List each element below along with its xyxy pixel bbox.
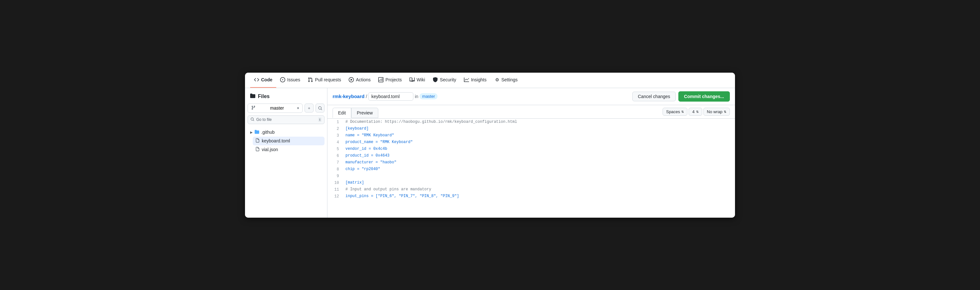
sidebar-title: Files [258,93,269,99]
app-window: Code Issues Pull requests Actions Projec… [245,73,735,218]
editor-area: rmk-keyboard / in master Cancel changes … [328,88,735,218]
actions-icon [348,77,354,82]
line-content: [keyboard] [343,125,735,132]
line-content: # Documentation: https://haobogu.github.… [343,119,735,125]
tab-edit[interactable]: Edit [332,108,351,118]
spaces-chevron-icon: ⇅ [681,110,684,114]
table-row: 10[matrix] [328,179,735,186]
nav-security[interactable]: Security [429,73,460,88]
nav-issues-label: Issues [287,77,300,82]
table-row: 5vendor_id = 0x4c4b [328,146,735,152]
nav-pr-label: Pull requests [315,77,341,82]
settings-icon: ⚙ [494,77,500,82]
tree-item-github[interactable]: ▶ .github [248,128,325,137]
tree-file-vial-json: vial.json [262,147,278,152]
add-file-button[interactable]: + [305,103,313,113]
folder-chevron-icon: ▶ [250,130,253,134]
top-nav: Code Issues Pull requests Actions Projec… [245,73,735,88]
indent-chevron-icon: ⇅ [696,110,698,114]
breadcrumb: rmk-keyboard / in master [332,92,630,101]
pull-requests-icon [308,77,313,82]
tabs-right: Spaces ⇅ 4 ⇅ No wrap ⇅ [663,108,730,118]
go-to-file-shortcut: t [318,117,321,122]
search-file-icon [250,117,255,122]
commit-changes-button[interactable]: Commit changes... [678,91,730,101]
file-icon-vial [255,147,260,152]
nav-projects[interactable]: Projects [374,73,406,88]
projects-icon [378,77,383,82]
breadcrumb-branch[interactable]: master [420,93,438,99]
go-to-file-search[interactable]: Go to file t [248,116,325,124]
tree-item-keyboard-toml[interactable]: keyboard.toml [253,137,325,145]
tab-preview[interactable]: Preview [351,108,378,118]
breadcrumb-repo[interactable]: rmk-keyboard [332,93,364,99]
line-content: product_id = 0x4643 [343,152,735,159]
line-number: 12 [328,193,343,200]
nav-insights[interactable]: Insights [460,73,490,88]
line-number: 10 [328,179,343,186]
tree-file-keyboard-toml: keyboard.toml [262,138,290,143]
line-number: 5 [328,146,343,152]
wrap-select[interactable]: No wrap ⇅ [703,108,730,116]
nav-pull-requests[interactable]: Pull requests [304,73,345,88]
folder-icon [255,130,259,135]
nav-insights-label: Insights [471,77,487,82]
line-content: # Input and output pins are mandatory [343,186,735,193]
search-button[interactable] [315,103,325,113]
line-content: [matrix] [343,179,735,186]
spaces-label: Spaces [666,109,680,114]
main-container: Files master ▾ + Go to [245,88,735,218]
line-number: 9 [328,173,343,179]
cancel-changes-button[interactable]: Cancel changes [632,92,675,101]
nav-issues[interactable]: Issues [276,73,304,88]
editor-tabs: Edit Preview Spaces ⇅ 4 ⇅ No wrap ⇅ [328,105,735,119]
security-icon [433,77,438,82]
nav-projects-label: Projects [385,77,402,82]
nav-wiki[interactable]: Wiki [406,73,429,88]
spaces-select[interactable]: Spaces ⇅ [663,108,687,116]
line-content: manufacturer = "haobo" [343,159,735,166]
indent-select[interactable]: 4 ⇅ [689,108,702,116]
line-number: 11 [328,186,343,193]
table-row: 12input_pins = ["PIN_6", "PIN_7", "PIN_8… [328,193,735,200]
nav-code[interactable]: Code [250,73,276,88]
nav-settings-label: Settings [501,77,518,82]
nav-code-label: Code [261,77,272,82]
tree-folder-name: .github [261,130,275,135]
branch-icon [251,105,256,111]
nav-actions[interactable]: Actions [345,73,374,88]
breadcrumb-sep: / [366,93,367,99]
sidebar: Files master ▾ + Go to [245,88,328,218]
line-content [343,173,735,179]
nav-wiki-label: Wiki [417,77,425,82]
branch-row: master ▾ + [248,103,325,113]
editor-header: rmk-keyboard / in master Cancel changes … [328,88,735,105]
wrap-chevron-icon: ⇅ [724,110,726,114]
filename-input[interactable] [368,92,414,101]
line-content: product_name = "RMK Keyboard" [343,139,735,146]
line-number: 8 [328,166,343,173]
nav-security-label: Security [440,77,456,82]
line-content: input_pins = ["PIN_6", "PIN_7", "PIN_8",… [343,193,735,200]
line-number: 4 [328,139,343,146]
table-row: 9 [328,173,735,179]
table-row: 2[keyboard] [328,125,735,132]
line-number: 2 [328,125,343,132]
table-row: 1# Documentation: https://haobogu.github… [328,119,735,125]
table-row: 11# Input and output pins are mandatory [328,186,735,193]
table-row: 7manufacturer = "haobo" [328,159,735,166]
header-actions: Cancel changes Commit changes... [632,91,730,101]
nav-actions-label: Actions [356,77,371,82]
tabs-left: Edit Preview [332,108,378,118]
branch-selector[interactable]: master ▾ [248,103,302,113]
code-container[interactable]: 1# Documentation: https://haobogu.github… [328,119,735,218]
tree-item-vial-json[interactable]: vial.json [253,145,325,154]
indent-value: 4 [692,109,694,114]
wrap-label: No wrap [707,109,722,114]
wiki-icon [409,77,415,82]
breadcrumb-in: in [415,94,418,99]
line-number: 3 [328,132,343,139]
code-table: 1# Documentation: https://haobogu.github… [328,119,735,200]
nav-settings[interactable]: ⚙ Settings [490,73,522,88]
code-icon [254,77,259,82]
